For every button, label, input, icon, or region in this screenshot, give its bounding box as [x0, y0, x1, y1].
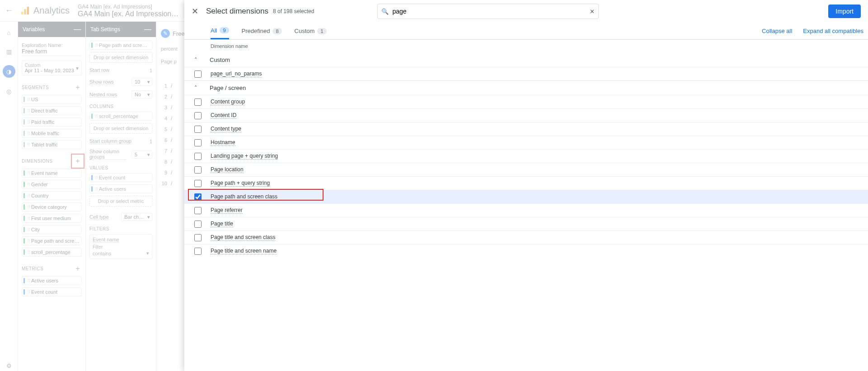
dimension-group-row[interactable]: ˄Page / screen: [184, 80, 868, 95]
dimension-checkbox[interactable]: [194, 180, 202, 187]
dialog-title: Select dimensions: [206, 7, 268, 16]
tab-predefined[interactable]: Predefined 8: [242, 23, 282, 39]
dialog-search-input[interactable]: [389, 8, 590, 15]
dimension-row[interactable]: Page path + query string: [184, 176, 868, 190]
dimension-row[interactable]: Content group: [184, 95, 868, 108]
tab-all[interactable]: All 9: [211, 23, 229, 39]
dimension-checkbox[interactable]: [194, 153, 202, 160]
dimension-name: Page title and screen class: [211, 234, 275, 241]
tab-predefined-label: Predefined: [242, 28, 270, 34]
dimension-name: Page path + query string: [211, 180, 270, 187]
dimension-checkbox[interactable]: [194, 166, 202, 174]
dimension-row[interactable]: Page title and screen class: [184, 230, 868, 244]
expand-all-link[interactable]: Expand all compatibles: [803, 28, 863, 34]
group-name: Page / screen: [210, 85, 246, 91]
dimension-row[interactable]: Page referrer: [184, 203, 868, 217]
dimension-checkbox[interactable]: [194, 207, 202, 214]
dimension-checkbox[interactable]: [194, 193, 202, 201]
dimension-row[interactable]: page_url_no_params: [184, 67, 868, 80]
dimension-name: Page referrer: [211, 207, 243, 214]
dimension-row[interactable]: Page path and screen class: [184, 190, 868, 203]
dimension-name: Page title and screen name: [211, 248, 277, 254]
dimension-checkbox[interactable]: [194, 126, 202, 133]
dimension-checkbox[interactable]: [194, 70, 202, 78]
dimension-row[interactable]: Page title and screen name: [184, 244, 868, 258]
dimension-name: Content ID: [211, 112, 236, 119]
dialog-search[interactable]: 🔍 ✕: [377, 4, 599, 19]
chevron-up-icon: ˄: [194, 85, 205, 91]
select-dimensions-dialog: ✕ Select dimensions 8 of 198 selected 🔍 …: [184, 0, 868, 371]
group-name: Custom: [210, 56, 230, 63]
tab-predefined-count: 8: [272, 28, 282, 34]
dimension-name: Page location: [211, 166, 244, 173]
dimension-row[interactable]: Landing page + query string: [184, 149, 868, 163]
dimension-name: Content type: [211, 126, 241, 132]
dimension-row[interactable]: Content ID: [184, 108, 868, 122]
dimension-name: page_url_no_params: [211, 70, 262, 77]
search-icon: 🔍: [381, 8, 389, 15]
chevron-up-icon: ˄: [194, 56, 205, 63]
tab-custom-count: 1: [317, 28, 326, 34]
tab-custom[interactable]: Custom 1: [295, 23, 327, 39]
dialog-subtitle: 8 of 198 selected: [273, 8, 314, 14]
dimension-checkbox[interactable]: [194, 234, 202, 241]
dimension-checkbox[interactable]: [194, 248, 202, 255]
dimension-name: Hostname: [211, 139, 235, 146]
dimension-name: Landing page + query string: [211, 153, 278, 160]
dimension-group-row[interactable]: ˄Custom: [184, 52, 868, 67]
dimension-checkbox[interactable]: [194, 221, 202, 228]
dimension-checkbox[interactable]: [194, 99, 202, 106]
tab-all-count: 9: [220, 27, 229, 33]
tab-all-label: All: [211, 27, 217, 34]
collapse-all-link[interactable]: Collapse all: [762, 28, 792, 34]
clear-search-icon[interactable]: ✕: [590, 8, 595, 15]
dimension-name: Page title: [211, 221, 233, 227]
dimension-name-column-header: Dimension name: [184, 40, 868, 52]
tab-custom-label: Custom: [295, 28, 315, 34]
dimension-checkbox[interactable]: [194, 112, 202, 119]
dimension-row[interactable]: Content type: [184, 122, 868, 136]
dimension-row[interactable]: Hostname: [184, 136, 868, 149]
dimension-checkbox[interactable]: [194, 139, 202, 146]
dimension-name: Page path and screen class: [211, 193, 277, 200]
dimension-row[interactable]: Page title: [184, 217, 868, 230]
dimension-row[interactable]: Page location: [184, 163, 868, 176]
close-icon[interactable]: ✕: [192, 6, 204, 16]
import-button[interactable]: Import: [828, 5, 861, 18]
dimension-name: Content group: [211, 99, 245, 105]
